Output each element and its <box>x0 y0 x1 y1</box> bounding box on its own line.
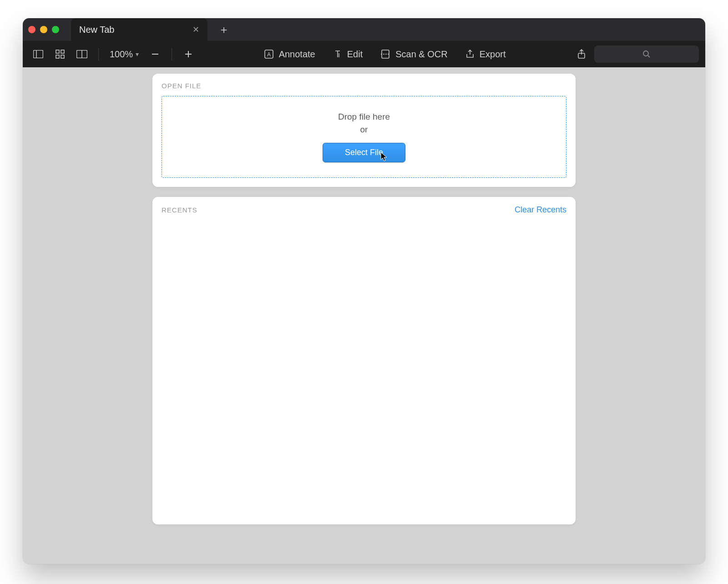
svg-line-20 <box>648 55 650 57</box>
scan-ocr-label: Scan & OCR <box>395 49 447 60</box>
window-close-button[interactable] <box>28 26 35 33</box>
window-maximize-button[interactable] <box>52 26 59 33</box>
grid-icon <box>56 50 65 59</box>
zoom-out-button[interactable] <box>146 45 164 63</box>
export-icon <box>466 50 474 59</box>
plus-icon <box>184 50 192 58</box>
annotate-icon: A <box>264 50 273 59</box>
chevron-down-icon: ▾ <box>136 50 139 58</box>
drop-or-text: or <box>360 125 368 135</box>
file-dropzone[interactable]: Drop file here or Select File <box>162 96 566 178</box>
drop-text: Drop file here <box>338 112 390 122</box>
two-page-view-button[interactable] <box>73 45 91 63</box>
edit-label: Edit <box>347 49 363 60</box>
select-file-button[interactable]: Select File <box>323 143 405 162</box>
edit-icon <box>334 50 342 59</box>
sidebar-icon <box>33 50 43 58</box>
window-controls <box>28 26 59 33</box>
zoom-dropdown[interactable]: 100% ▾ <box>106 49 142 60</box>
export-label: Export <box>480 49 506 60</box>
titlebar: New Tab ✕ ＋ <box>23 18 705 41</box>
new-tab-button[interactable]: ＋ <box>214 20 234 40</box>
view-mode-group <box>29 45 91 63</box>
svg-rect-0 <box>34 50 43 58</box>
minus-icon <box>151 50 159 58</box>
search-icon <box>642 50 651 58</box>
zoom-value: 100% <box>110 49 133 60</box>
clear-recents-button[interactable]: Clear Recents <box>515 205 566 215</box>
tab-active[interactable]: New Tab ✕ <box>71 18 207 41</box>
tab-title: New Tab <box>79 25 187 35</box>
recents-heading: RECENTS <box>162 206 197 214</box>
annotate-label: Annotate <box>279 49 315 60</box>
svg-rect-2 <box>56 50 59 53</box>
edit-button[interactable]: Edit <box>326 45 370 63</box>
content-area: OPEN FILE Drop file here or Select File … <box>23 67 705 564</box>
plus-icon: ＋ <box>218 23 229 35</box>
window-minimize-button[interactable] <box>40 26 47 33</box>
share-icon <box>577 49 586 59</box>
scan-icon <box>381 49 390 59</box>
scan-ocr-button[interactable]: Scan & OCR <box>374 45 455 63</box>
search-input[interactable] <box>594 45 699 63</box>
toolbar-separator <box>172 48 172 60</box>
svg-rect-4 <box>56 55 59 58</box>
zoom-in-button[interactable] <box>179 45 197 63</box>
svg-text:A: A <box>267 51 271 58</box>
toolbar: 100% ▾ A Annotate <box>23 41 705 67</box>
tab-close-button[interactable]: ✕ <box>192 25 199 35</box>
svg-rect-3 <box>61 50 64 53</box>
open-file-card: OPEN FILE Drop file here or Select File <box>152 74 576 187</box>
recents-card: RECENTS Clear Recents <box>152 197 576 524</box>
book-icon <box>76 50 87 58</box>
open-file-heading: OPEN FILE <box>162 82 201 90</box>
share-button[interactable] <box>572 45 591 63</box>
svg-point-19 <box>643 51 648 56</box>
grid-view-button[interactable] <box>51 45 69 63</box>
svg-rect-5 <box>61 55 64 58</box>
annotate-button[interactable]: A Annotate <box>257 45 323 63</box>
app-window: New Tab ✕ ＋ <box>23 18 705 564</box>
export-button[interactable]: Export <box>459 45 513 63</box>
toolbar-separator <box>98 48 99 60</box>
sidebar-toggle-button[interactable] <box>29 45 47 63</box>
